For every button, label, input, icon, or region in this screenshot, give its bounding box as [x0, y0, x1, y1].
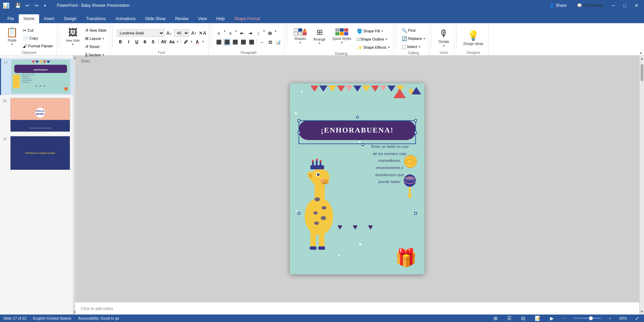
shape-outline-button[interactable]: □ Shape Outline ▼ [355, 35, 391, 43]
font-size-increase[interactable]: A↑ [190, 29, 198, 37]
shape-effects-button[interactable]: ✨ Shape Effects ▼ [355, 44, 391, 51]
zoom-level[interactable]: 60% [619, 316, 627, 320]
maximize-button[interactable]: □ [621, 1, 629, 10]
design-ideas-button[interactable]: 💡 Design Ideas [461, 27, 486, 49]
font-color-button[interactable]: A [194, 38, 201, 46]
quick-access-undo[interactable]: ↩ [24, 2, 31, 9]
main-slide[interactable]: ★ ★ ★ ★ ¡ENHORABUENA! Tener u [290, 83, 424, 274]
svg-point-16 [315, 197, 320, 201]
indent-less-button[interactable]: ⇤ [238, 30, 246, 37]
change-case-button[interactable]: Aa [168, 38, 176, 46]
tab-home[interactable]: Home [19, 14, 39, 23]
tab-file[interactable]: File [3, 14, 19, 23]
strikethrough-button[interactable]: S [141, 38, 149, 46]
tab-animations[interactable]: Animations [111, 14, 140, 23]
slide-thumb-19[interactable]: 19 Felicidades por tu paquete de alegría [0, 135, 73, 171]
text-direction-button[interactable]: ↔ [258, 39, 266, 46]
font-size-decrease[interactable]: A↓ [165, 29, 173, 37]
svg-point-17 [322, 206, 326, 210]
quick-access-save[interactable]: 💾 [14, 2, 22, 9]
notes-placeholder[interactable]: Click to add notes [81, 306, 113, 311]
layout-button[interactable]: ⊞ Layout ▼ [84, 35, 108, 42]
line-spacing-button[interactable]: ↕ [255, 30, 262, 37]
slide-counter: Slide 17 of 22 [3, 316, 26, 320]
reset-button[interactable]: ↺ Reset [84, 43, 108, 50]
svg-point-27 [320, 179, 324, 183]
slide-sorter-button[interactable]: ⊟ [520, 315, 527, 322]
slideshow-button[interactable]: ▶ [549, 315, 555, 322]
slide-thumb-17[interactable]: 17 ¡ENHORABUENA [0, 58, 73, 95]
justify-button[interactable]: ⬛ [240, 39, 247, 46]
tab-slideshow[interactable]: Slide Show [140, 14, 170, 23]
tab-transitions[interactable]: Transitions [81, 14, 111, 23]
bullets-button[interactable]: ≡ [215, 30, 223, 37]
cut-button[interactable]: ✂ Cut [21, 27, 54, 34]
arrange-button[interactable]: ⊞ Arrange ▼ [311, 25, 328, 47]
highlight-button[interactable]: 🖊 [182, 38, 190, 46]
format-painter-button[interactable]: 🖌 Format Painter [21, 42, 54, 50]
title-banner[interactable]: ¡ENHORABUENA! [299, 120, 416, 140]
align-text-button[interactable]: ⊡ [267, 39, 274, 46]
shape-fill-button[interactable]: 🪣 Shape Fill ▼ [355, 27, 391, 35]
reuse-slides-button[interactable]: ↺ New Slide [84, 27, 108, 34]
underline-button[interactable]: U [133, 38, 141, 46]
align-center-button[interactable]: ⬛ [223, 39, 231, 46]
close-button[interactable]: ✕ [632, 1, 641, 10]
tab-shape-format[interactable]: Shape Format [229, 14, 265, 23]
paragraph-group-label: Paragraph [241, 50, 257, 55]
align-left-button[interactable]: ⬛ [215, 39, 223, 46]
slide-thumb-18[interactable]: 18 ¡HOLA,BEBÉ! Te deseo miles de momento… [0, 96, 73, 133]
comments-button[interactable]: 💬 Comments [574, 2, 607, 9]
fit-to-window-button[interactable]: ⤢ [634, 315, 641, 322]
tab-insert[interactable]: Insert [39, 14, 59, 23]
share-button[interactable]: 👤 Share [545, 2, 571, 9]
find-button[interactable]: 🔍 Find [400, 27, 417, 34]
scroll-thumb[interactable] [641, 64, 643, 81]
collapse-ribbon-button[interactable]: ▲ [639, 51, 643, 55]
title-text: ¡ENHORABUENA! [321, 126, 393, 134]
replace-button[interactable]: 🔄 Replace ▼ [400, 35, 427, 42]
tab-view[interactable]: View [193, 14, 212, 23]
outline-view-button[interactable]: ☰ [506, 315, 513, 322]
zoom-slider[interactable] [574, 318, 601, 319]
align-right-button[interactable]: ⬛ [231, 39, 239, 46]
distributed-button[interactable]: ⬛ [248, 39, 255, 46]
star-white-2: ★ [295, 209, 298, 213]
section-button[interactable]: § Section ▼ [84, 51, 108, 59]
scroll-up-button[interactable]: ▲ [639, 56, 644, 61]
smartart-button[interactable]: 📊 [275, 39, 282, 46]
font-size-select[interactable]: 40 [174, 29, 189, 37]
bold-button[interactable]: B [117, 38, 124, 46]
indent-more-button[interactable]: ⇥ [246, 30, 254, 37]
svg-rect-23 [310, 232, 316, 249]
tab-design[interactable]: Design [59, 14, 81, 23]
scroll-down-button[interactable]: ▼ [639, 309, 644, 315]
quick-access-more[interactable]: ▼ [42, 3, 48, 8]
notes-page-button[interactable]: 📝 [533, 315, 542, 322]
dictate-button[interactable]: 🎙 Dictate ▼ [436, 27, 452, 49]
numbering-button[interactable]: ≡ [227, 30, 234, 37]
shadow-button[interactable]: S [149, 38, 157, 46]
quick-styles-button[interactable]: Quick Styles ▼ [329, 25, 354, 47]
ball2 [404, 155, 417, 169]
font-family-select[interactable]: Londrina Solid [117, 29, 164, 37]
zoom-in-button[interactable]: + [608, 316, 613, 321]
zoom-out-button[interactable]: − [562, 316, 567, 321]
tab-review[interactable]: Review [170, 14, 193, 23]
italic-button[interactable]: I [125, 38, 132, 46]
paste-button[interactable]: 📋 Paste ▼ [3, 25, 21, 47]
char-spacing-button[interactable]: AV [160, 38, 167, 46]
minimize-button[interactable]: ─ [609, 1, 618, 10]
copy-button[interactable]: 📄 Copy [21, 34, 54, 42]
gift-box: 🎁 [395, 247, 417, 268]
tab-help[interactable]: Help [212, 14, 230, 23]
new-slide-button[interactable]: 🖼 New Slide ▼ [63, 25, 83, 47]
quick-access-redo[interactable]: ↪ [33, 2, 40, 9]
select-button[interactable]: ⬚ Select ▼ [400, 43, 422, 50]
columns-button[interactable]: ⊟ [266, 30, 274, 37]
normal-view-button[interactable]: ⊞ [492, 315, 499, 322]
clear-format-button[interactable]: ✕A [199, 29, 206, 37]
clipboard-group-label: Clipboard [21, 50, 36, 55]
notes-bar[interactable]: Click to add notes [75, 302, 639, 315]
shapes-button[interactable]: Shapes ▼ [291, 25, 309, 47]
